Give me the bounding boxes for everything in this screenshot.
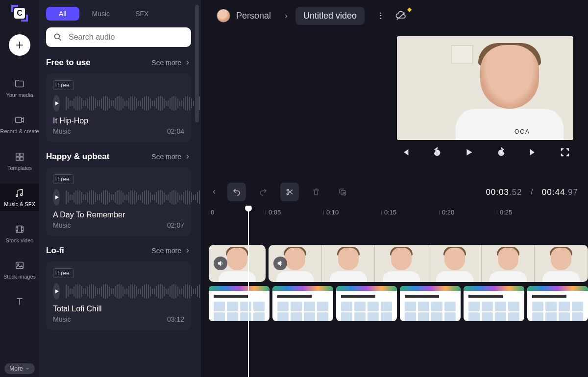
timecode: 00:03.52 / 00:44.97 <box>486 187 578 197</box>
tab-sfx[interactable]: SFX <box>122 7 161 21</box>
chevron-right-icon <box>184 153 191 160</box>
rail-item-stock-images[interactable]: Stock images <box>0 256 39 283</box>
timeline-toolbar: 00:03.52 / 00:44.97 <box>201 178 588 206</box>
play-button[interactable] <box>464 147 474 158</box>
screen-clip[interactable] <box>209 286 270 321</box>
volume-icon[interactable] <box>273 257 287 270</box>
preview-shirt-text: OCA <box>514 128 530 135</box>
more-button[interactable]: More <box>4 363 34 374</box>
skip-start-button[interactable] <box>400 147 411 158</box>
rail-label: Templates <box>7 165 32 171</box>
svg-point-12 <box>380 15 382 17</box>
screen-clip[interactable] <box>336 286 397 321</box>
track-duration: 02:04 <box>167 127 184 135</box>
search-input[interactable] <box>69 33 184 42</box>
screen-clip[interactable] <box>527 286 588 321</box>
rail-item-stock-video[interactable]: Stock video <box>0 220 39 247</box>
add-button[interactable] <box>9 34 30 56</box>
search-box[interactable] <box>46 27 191 47</box>
svg-point-11 <box>380 12 382 14</box>
track-title: It Hip-Hop <box>53 117 184 125</box>
track-duration: 03:12 <box>167 315 184 323</box>
tab-music[interactable]: Music <box>79 7 123 21</box>
audio-tabs: All Music SFX <box>46 7 191 21</box>
skip-end-button[interactable] <box>528 147 539 158</box>
timeline-ruler[interactable]: 00:050:100:150:200:25 <box>201 206 588 220</box>
video-clip[interactable] <box>209 245 266 282</box>
audio-card[interactable]: Free It Hip-Hop Music 02:04 <box>46 73 191 142</box>
tab-all[interactable]: All <box>46 7 79 21</box>
svg-rect-8 <box>16 262 24 269</box>
free-badge: Free <box>53 174 74 184</box>
video-clip[interactable] <box>269 245 588 282</box>
search-icon <box>53 32 63 42</box>
see-more-button[interactable]: See more <box>151 247 191 255</box>
rail-label: Stock video <box>6 237 34 243</box>
project-title[interactable]: Untitled video <box>295 7 365 25</box>
audio-card[interactable]: Free A Day To Remember Music 02:07 <box>46 167 191 236</box>
more-menu-button[interactable] <box>376 11 385 20</box>
track-duration: 02:07 <box>167 221 184 229</box>
section-title: Lo-fi <box>46 246 64 256</box>
rail-item-templates[interactable]: Templates <box>0 147 39 175</box>
play-button[interactable] <box>53 283 60 300</box>
track-category: Music <box>53 315 71 323</box>
collapse-panel-button[interactable] <box>211 188 218 195</box>
section-title: Free to use <box>46 58 91 68</box>
more-label: More <box>9 365 23 372</box>
screen-clip[interactable] <box>400 286 461 321</box>
redo-button[interactable] <box>254 183 272 201</box>
rail-item-music-sfx[interactable]: Music & SFX <box>0 184 39 211</box>
preview-frame[interactable]: OCA <box>397 36 573 140</box>
rail-label: Stock images <box>3 274 36 280</box>
screen-clip[interactable] <box>464 286 524 321</box>
video-track-1 <box>209 245 588 282</box>
see-more-label: See more <box>151 59 181 67</box>
see-more-button[interactable]: See more <box>151 59 191 67</box>
waveform <box>66 283 201 300</box>
delete-button[interactable] <box>307 183 325 201</box>
volume-icon[interactable] <box>214 257 227 270</box>
fullscreen-button[interactable] <box>560 147 570 158</box>
svg-rect-7 <box>16 226 24 233</box>
svg-rect-3 <box>16 157 19 160</box>
chevron-right-icon <box>184 247 191 254</box>
svg-point-15 <box>287 193 289 195</box>
track-title: A Day To Remember <box>53 211 184 219</box>
back-5-button[interactable] <box>432 147 442 158</box>
undo-button[interactable] <box>227 183 246 201</box>
duplicate-button[interactable] <box>333 183 352 201</box>
forward-5-button[interactable] <box>496 147 507 158</box>
track-category: Music <box>53 221 71 229</box>
track-title: Total Lofi Chill <box>53 305 184 313</box>
rail-item-your-media[interactable]: Your media <box>0 74 39 102</box>
cloud-sync-button[interactable]: ◆ <box>395 10 407 22</box>
svg-point-10 <box>54 34 59 39</box>
screen-clip[interactable] <box>272 286 333 321</box>
rail-item-record-create[interactable]: Record & create <box>0 111 39 139</box>
play-button[interactable] <box>53 189 60 206</box>
workspace-name: Personal <box>236 11 271 21</box>
panel-scrollbar[interactable] <box>195 5 199 122</box>
waveform <box>66 95 201 112</box>
editor-area: Personal › Untitled video ◆ OCA <box>201 0 588 377</box>
split-button[interactable] <box>280 183 299 201</box>
video-track-2 <box>209 286 588 321</box>
workspace-crumb[interactable]: Personal <box>211 6 277 25</box>
rail-label: Music & SFX <box>4 201 35 207</box>
see-more-button[interactable]: See more <box>151 153 191 161</box>
chevron-right-icon: › <box>285 11 288 21</box>
rail-item-text[interactable] <box>0 292 39 307</box>
left-rail: C Your media Record & create Templates M… <box>0 0 39 377</box>
svg-rect-2 <box>20 153 23 156</box>
audio-card[interactable]: Free Total Lofi Chill Music 03:12 <box>46 261 191 330</box>
svg-rect-1 <box>16 153 19 156</box>
chevron-right-icon <box>184 59 191 66</box>
free-badge: Free <box>53 268 74 278</box>
svg-point-5 <box>16 195 18 197</box>
waveform <box>66 189 201 206</box>
svg-point-14 <box>287 189 289 191</box>
playhead[interactable] <box>248 206 249 377</box>
play-button[interactable] <box>53 95 60 112</box>
timeline[interactable]: 00:050:100:150:200:25 <box>201 206 588 377</box>
